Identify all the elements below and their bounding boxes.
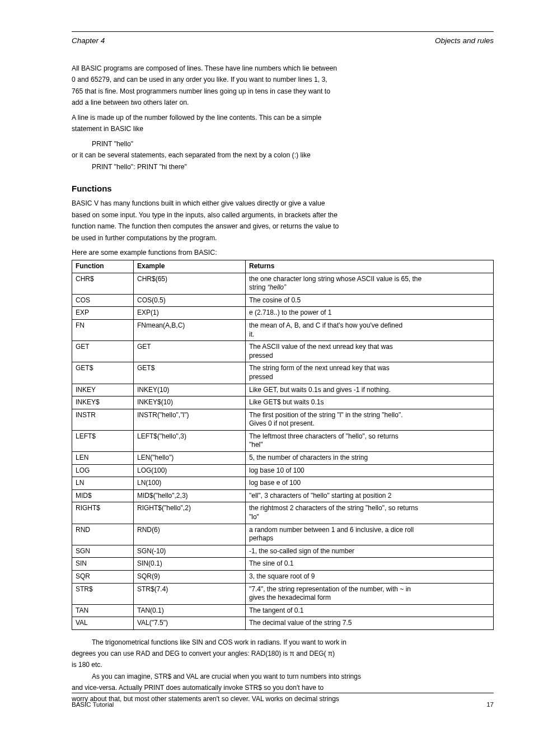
italic-text: “hello” bbox=[268, 283, 286, 291]
footer-left: BASIC Tutorial bbox=[72, 701, 114, 708]
cell-function: STR$ bbox=[72, 583, 134, 604]
cell-returns: Like GET, but waits 0.1s and gives -1 if… bbox=[246, 384, 494, 396]
cell-example: COS(0.5) bbox=[134, 294, 246, 307]
text: 765 that is fine. Most programmers numbe… bbox=[72, 87, 494, 96]
table-row: CHR$CHR$(65)the one character long strin… bbox=[72, 273, 494, 294]
cell-example: STR$(7.4) bbox=[134, 583, 246, 604]
cell-function: SQR bbox=[72, 571, 134, 584]
cell-returns: The leftmost three characters of "hello"… bbox=[246, 430, 494, 451]
cell-example: LN(100) bbox=[134, 477, 246, 490]
cell-returns: a random number between 1 and 6 inclusiv… bbox=[246, 524, 494, 545]
cell-example: INSTR("hello","l") bbox=[134, 409, 246, 430]
text: is 180 etc. bbox=[72, 660, 494, 669]
cell-returns: The sine of 0.1 bbox=[246, 558, 494, 571]
cell-example: RIGHT$("hello",2) bbox=[134, 502, 246, 524]
cell-function: LN bbox=[72, 477, 134, 490]
table-caption: Here are some example functions from BAS… bbox=[72, 248, 494, 258]
col-returns: Returns bbox=[246, 260, 494, 273]
cell-returns: The ASCII value of the next unread key t… bbox=[246, 341, 494, 362]
cell-example: VAL("7.5") bbox=[134, 617, 246, 630]
text: or it can be several statements, each se… bbox=[72, 151, 494, 160]
cell-returns: log base e of 100 bbox=[246, 477, 494, 490]
cell-returns: The decimal value of the string 7.5 bbox=[246, 617, 494, 630]
cell-function: VAL bbox=[72, 617, 134, 630]
table-row: LNLN(100)log base e of 100 bbox=[72, 477, 494, 490]
table-row: STR$STR$(7.4)"7.4", the string represent… bbox=[72, 583, 494, 604]
cell-returns: "ell", 3 characters of "hello" starting … bbox=[246, 489, 494, 502]
cell-example: MID$("hello",2,3) bbox=[134, 489, 246, 502]
cell-function: EXP bbox=[72, 307, 134, 320]
cell-function: MID$ bbox=[72, 489, 134, 502]
table-row: EXPEXP(1)e (2.718..) to the power of 1 bbox=[72, 307, 494, 320]
cell-returns: "7.4", the string representation of the … bbox=[246, 583, 494, 604]
paragraph-notes: The trigonometrical functions like SIN a… bbox=[72, 638, 494, 703]
cell-example: GET bbox=[134, 341, 246, 362]
cell-function: GET bbox=[72, 341, 134, 362]
cell-function: COS bbox=[72, 294, 134, 307]
table-row: LOGLOG(100)log base 10 of 100 bbox=[72, 464, 494, 477]
cell-function: FN bbox=[72, 319, 134, 340]
text: A line is made up of the number followed… bbox=[72, 113, 494, 122]
section-heading-functions: Functions bbox=[72, 184, 494, 193]
page-number: 17 bbox=[486, 701, 494, 708]
text: add a line between two others later on. bbox=[72, 98, 494, 107]
cell-function: INSTR bbox=[72, 409, 134, 430]
text: All BASIC programs are composed of lines… bbox=[72, 64, 494, 73]
table-header-row: Function Example Returns bbox=[72, 260, 494, 273]
table-row: INKEYINKEY(10)Like GET, but waits 0.1s a… bbox=[72, 384, 494, 396]
cell-returns: The first position of the string "l" in … bbox=[246, 409, 494, 430]
code-sample: PRINT "hello" bbox=[72, 139, 494, 148]
text: statement in BASIC like bbox=[72, 124, 494, 133]
col-function: Function bbox=[72, 260, 134, 273]
cell-example: CHR$(65) bbox=[134, 273, 246, 294]
table-row: SINSIN(0.1)The sine of 0.1 bbox=[72, 558, 494, 571]
text: PRINT "hello" bbox=[92, 163, 133, 171]
cell-returns: log base 10 of 100 bbox=[246, 464, 494, 477]
cell-function: SGN bbox=[72, 545, 134, 558]
table-row: COSCOS(0.5)The cosine of 0.5 bbox=[72, 294, 494, 307]
cell-returns: the rightmost 2 characters of the string… bbox=[246, 502, 494, 524]
table-row: LEFT$LEFT$("hello",3)The leftmost three … bbox=[72, 430, 494, 451]
text: : PRINT "hi there" bbox=[133, 163, 187, 171]
chapter-title: Objects and rules bbox=[435, 36, 494, 45]
cell-function: LOG bbox=[72, 464, 134, 477]
table-row: FNFNmean(A,B,C)the mean of A, B, and C i… bbox=[72, 319, 494, 340]
cell-function: CHR$ bbox=[72, 273, 134, 294]
cell-function: SIN bbox=[72, 558, 134, 571]
cell-function: LEFT$ bbox=[72, 430, 134, 451]
text: based on some input. You type in the inp… bbox=[72, 211, 494, 220]
cell-example: TAN(0.1) bbox=[134, 604, 246, 617]
functions-table: Function Example Returns CHR$CHR$(65)the… bbox=[72, 260, 494, 630]
table-row: RNDRND(6)a random number between 1 and 6… bbox=[72, 524, 494, 545]
cell-function: INKEY bbox=[72, 384, 134, 396]
cell-function: RND bbox=[72, 524, 134, 545]
cell-example: INKEY(10) bbox=[134, 384, 246, 396]
cell-example: FNmean(A,B,C) bbox=[134, 319, 246, 340]
table-row: GET$GET$The string form of the next unre… bbox=[72, 362, 494, 384]
table-row: SQRSQR(9)3, the square root of 9 bbox=[72, 571, 494, 584]
cell-returns: the mean of A, B, and C if that's how yo… bbox=[246, 319, 494, 340]
cell-returns: the one character long string whose ASCI… bbox=[246, 273, 494, 294]
cell-returns: -1, the so-called sign of the number bbox=[246, 545, 494, 558]
cell-function: TAN bbox=[72, 604, 134, 617]
cell-function: GET$ bbox=[72, 362, 134, 384]
cell-example: EXP(1) bbox=[134, 307, 246, 320]
cell-example: SQR(9) bbox=[134, 571, 246, 584]
text: be used in further computations by the p… bbox=[72, 234, 494, 242]
text: The trigonometrical functions like SIN a… bbox=[72, 638, 494, 647]
table-row: SGNSGN(-10)-1, the so-called sign of the… bbox=[72, 545, 494, 558]
paragraph-line-contents: A line is made up of the number followed… bbox=[72, 113, 494, 134]
table-row: INSTRINSTR("hello","l")The first positio… bbox=[72, 409, 494, 430]
text: As you can imagine, STR$ and VAL are cru… bbox=[72, 672, 494, 681]
table-row: GETGETThe ASCII value of the next unread… bbox=[72, 341, 494, 362]
text: 0 and 65279, and can be used in any orde… bbox=[72, 75, 494, 84]
cell-example: GET$ bbox=[134, 362, 246, 384]
cell-example: SIN(0.1) bbox=[134, 558, 246, 571]
cell-function: INKEY$ bbox=[72, 396, 134, 409]
table-row: LENLEN("hello")5, the number of characte… bbox=[72, 452, 494, 465]
table-row: INKEY$INKEY$(10)Like GET$ but waits 0.1s bbox=[72, 396, 494, 409]
cell-returns: e (2.718..) to the power of 1 bbox=[246, 307, 494, 320]
cell-example: LEFT$("hello",3) bbox=[134, 430, 246, 451]
cell-returns: Like GET$ but waits 0.1s bbox=[246, 396, 494, 409]
cell-example: RND(6) bbox=[134, 524, 246, 545]
